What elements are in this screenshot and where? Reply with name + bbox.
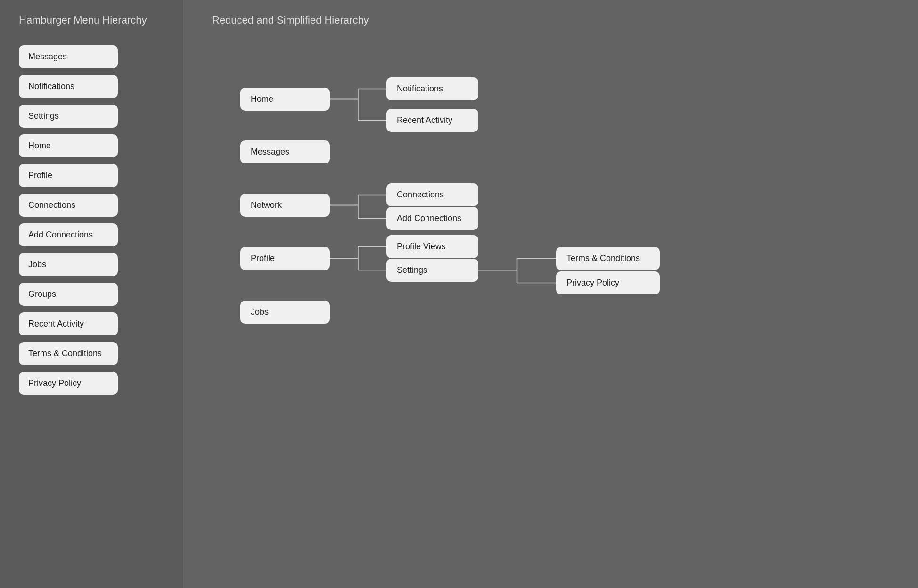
menu-item-terms[interactable]: Terms & Conditions xyxy=(19,342,118,365)
node-network[interactable]: Network xyxy=(240,194,330,217)
menu-item-privacy[interactable]: Privacy Policy xyxy=(19,372,118,395)
menu-item-profile[interactable]: Profile xyxy=(19,164,118,187)
node-terms[interactable]: Terms & Conditions xyxy=(556,247,660,270)
node-add-connections[interactable]: Add Connections xyxy=(386,207,478,230)
menu-item-home[interactable]: Home xyxy=(19,134,118,157)
right-panel: Reduced and Simplified Hierarchy Home Me… xyxy=(184,0,918,588)
node-profile-views[interactable]: Profile Views xyxy=(386,235,478,258)
node-notifications[interactable]: Notifications xyxy=(386,77,478,100)
node-home[interactable]: Home xyxy=(240,88,330,111)
menu-item-groups[interactable]: Groups xyxy=(19,283,118,306)
tree-diagram: Home Messages Network Profile Jobs Notif… xyxy=(212,45,890,588)
menu-item-connections[interactable]: Connections xyxy=(19,194,118,217)
menu-item-jobs[interactable]: Jobs xyxy=(19,253,118,276)
node-connections[interactable]: Connections xyxy=(386,183,478,206)
node-profile[interactable]: Profile xyxy=(240,247,330,270)
menu-item-messages[interactable]: Messages xyxy=(19,45,118,68)
left-panel-title: Hamburger Menu Hierarchy xyxy=(19,14,164,26)
node-privacy[interactable]: Privacy Policy xyxy=(556,271,660,294)
left-panel: Hamburger Menu Hierarchy Messages Notifi… xyxy=(0,0,184,588)
right-panel-title: Reduced and Simplified Hierarchy xyxy=(212,14,890,26)
node-jobs[interactable]: Jobs xyxy=(240,301,330,324)
menu-item-add-connections[interactable]: Add Connections xyxy=(19,223,118,246)
node-recent-activity[interactable]: Recent Activity xyxy=(386,109,478,132)
node-settings[interactable]: Settings xyxy=(386,259,478,282)
menu-item-settings[interactable]: Settings xyxy=(19,105,118,128)
menu-item-recent-activity[interactable]: Recent Activity xyxy=(19,312,118,335)
menu-item-notifications[interactable]: Notifications xyxy=(19,75,118,98)
node-messages[interactable]: Messages xyxy=(240,140,330,163)
